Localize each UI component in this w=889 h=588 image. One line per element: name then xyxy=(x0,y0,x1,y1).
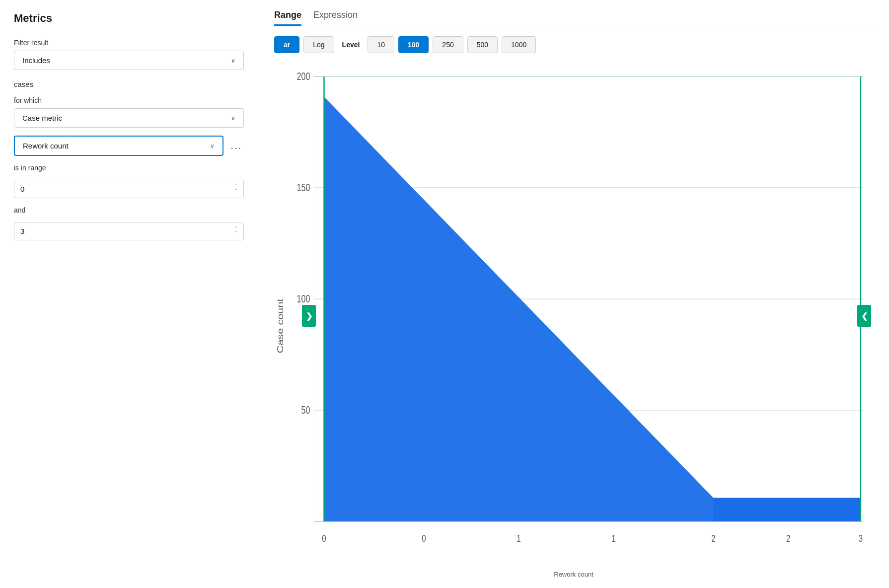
tab-range[interactable]: Range xyxy=(274,10,301,26)
range-max-input[interactable]: 3 ˄ ˅ xyxy=(14,222,244,240)
cases-label: cases xyxy=(14,80,244,88)
level-label: Level xyxy=(342,41,360,49)
controls-row: ar Log Level 10 100 250 500 1000 xyxy=(274,36,873,53)
filter-result-chevron-icon: ∨ xyxy=(231,57,235,64)
rework-count-chevron-icon: ∨ xyxy=(210,143,215,149)
filter-result-label: Filter result xyxy=(14,39,244,47)
svg-text:2: 2 xyxy=(786,533,790,544)
chart-container: ❯ ❮ Case count 200 150 100 50 xyxy=(274,63,873,578)
x-axis-label: Rework count xyxy=(274,571,873,578)
panel-title: Metrics xyxy=(14,12,244,25)
level-btn-10[interactable]: 10 xyxy=(368,36,394,53)
svg-text:150: 150 xyxy=(297,182,310,194)
filter-result-select[interactable]: Includes ∨ xyxy=(14,51,244,70)
filter-result-value: Includes xyxy=(22,56,50,65)
tab-expression[interactable]: Expression xyxy=(313,10,358,26)
left-panel: Metrics Filter result Includes ∨ cases f… xyxy=(0,0,258,588)
tabs-row: Range Expression xyxy=(274,10,873,26)
right-panel: Range Expression ar Log Level 10 100 250… xyxy=(258,0,889,588)
range-min-value: 0 xyxy=(20,185,24,193)
level-btn-100[interactable]: 100 xyxy=(398,36,429,53)
svg-text:3: 3 xyxy=(859,533,863,544)
rework-count-value: Rework count xyxy=(23,142,69,150)
case-metric-wrapper: Case metric ∨ xyxy=(14,108,244,128)
rework-count-select[interactable]: Rework count ∨ xyxy=(14,136,223,156)
range-min-input[interactable]: 0 ˄ ˅ xyxy=(14,180,244,198)
for-which-label: for which xyxy=(14,96,244,104)
rework-count-row: Rework count ∨ ... xyxy=(14,136,244,156)
svg-text:100: 100 xyxy=(297,293,310,305)
svg-text:1: 1 xyxy=(611,533,615,544)
range-max-spinners: ˄ ˅ xyxy=(235,226,237,236)
chart-svg-area: ❯ ❮ Case count 200 150 100 50 xyxy=(274,63,873,569)
filter-result-wrapper: Includes ∨ xyxy=(14,51,244,70)
range-max-value: 3 xyxy=(20,227,24,235)
level-btn-250[interactable]: 250 xyxy=(433,36,463,53)
range-min-spinners: ˄ ˅ xyxy=(235,184,237,194)
is-in-range-label: is in range xyxy=(14,164,244,172)
svg-text:Case count: Case count xyxy=(276,298,285,354)
right-handle-arrow-icon: ❮ xyxy=(861,311,868,321)
range-max-up-icon[interactable]: ˄ xyxy=(235,226,237,231)
slider-handle-right[interactable]: ❮ xyxy=(857,305,871,327)
case-metric-chevron-icon: ∨ xyxy=(231,115,235,122)
svg-text:2: 2 xyxy=(711,533,715,544)
svg-text:200: 200 xyxy=(297,71,310,82)
level-btn-1000[interactable]: 1000 xyxy=(502,36,536,53)
level-btn-500[interactable]: 500 xyxy=(467,36,498,53)
scale-btn-ar[interactable]: ar xyxy=(274,36,299,53)
dots-button[interactable]: ... xyxy=(228,138,244,153)
svg-text:0: 0 xyxy=(422,533,426,544)
scale-btn-log[interactable]: Log xyxy=(303,36,334,53)
range-max-down-icon[interactable]: ˅ xyxy=(235,231,237,236)
svg-text:1: 1 xyxy=(517,533,520,544)
slider-handle-left[interactable]: ❯ xyxy=(302,305,316,327)
case-metric-value: Case metric xyxy=(22,114,62,122)
svg-text:0: 0 xyxy=(322,533,326,544)
and-label: and xyxy=(14,206,244,214)
svg-text:50: 50 xyxy=(301,404,310,416)
left-handle-arrow-icon: ❯ xyxy=(306,311,312,321)
range-min-down-icon[interactable]: ˅ xyxy=(235,189,237,194)
range-min-up-icon[interactable]: ˄ xyxy=(235,184,237,189)
chart-svg: Case count 200 150 100 50 xyxy=(274,63,873,569)
case-metric-select[interactable]: Case metric ∨ xyxy=(14,108,244,128)
